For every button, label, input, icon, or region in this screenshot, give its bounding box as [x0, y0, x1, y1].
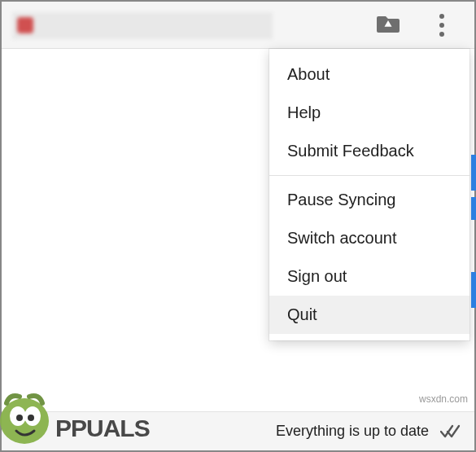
svg-point-3 — [16, 415, 23, 421]
menu-item-sign-out[interactable]: Sign out — [269, 257, 469, 296]
menu-item-help[interactable]: Help — [269, 94, 469, 132]
open-drive-folder-button[interactable] — [373, 11, 403, 40]
menu-item-submit-feedback[interactable]: Submit Feedback — [269, 132, 469, 170]
menu-item-quit[interactable]: Quit — [269, 296, 469, 334]
header-actions — [373, 2, 466, 49]
brand-text: PPUALS — [55, 415, 150, 442]
edge-decoration — [471, 272, 476, 308]
menu-item-pause-syncing[interactable]: Pause Syncing — [269, 181, 469, 219]
menu-item-about[interactable]: About — [269, 55, 469, 94]
account-identity-blur — [12, 12, 273, 39]
more-menu-button[interactable] — [427, 11, 456, 40]
menu-item-switch-account[interactable]: Switch account — [269, 219, 469, 257]
sync-complete-icon — [440, 423, 461, 440]
svg-point-4 — [28, 415, 34, 421]
edge-decoration — [471, 197, 476, 220]
drive-folder-icon — [376, 13, 400, 37]
source-site-text: wsxdn.com — [419, 393, 468, 405]
settings-menu: About Help Submit Feedback Pause Syncing… — [269, 49, 469, 340]
mascot-icon — [0, 385, 59, 450]
menu-separator — [269, 175, 469, 176]
edge-decoration — [471, 155, 476, 191]
more-vert-icon — [439, 14, 444, 37]
header-bar — [2, 2, 474, 49]
watermark: PPUALS — [0, 385, 150, 450]
app-window: About Help Submit Feedback Pause Syncing… — [0, 0, 476, 452]
sync-status-text: Everything is up to date — [276, 423, 429, 440]
